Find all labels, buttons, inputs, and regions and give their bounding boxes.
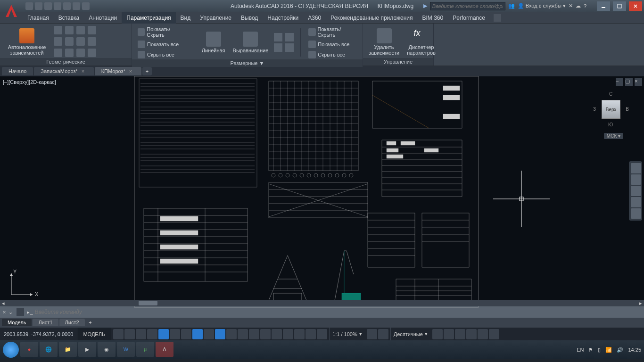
panel-title-manage[interactable]: Управление [363, 58, 433, 66]
tray-lang[interactable]: EN [577, 347, 584, 353]
scale-dropdown-icon[interactable]: ▾ [359, 331, 362, 337]
tab-view[interactable]: Вид [176, 12, 196, 24]
auto-constrain-button[interactable]: Автоналожение зависимостей [4, 26, 50, 58]
show-all-dim-button[interactable]: Показать все [306, 40, 359, 49]
infocenter-icon[interactable]: 👥 [508, 3, 515, 9]
perpendicular-icon[interactable] [65, 37, 74, 46]
maximize-button[interactable] [613, 1, 626, 11]
linear-button[interactable]: Линейная [200, 30, 227, 55]
viewcube-west[interactable]: З [593, 107, 596, 112]
minimize-button[interactable] [597, 1, 610, 11]
taskbar-ie-icon[interactable]: 🌐 [40, 342, 58, 357]
fix-icon[interactable] [88, 26, 96, 34]
horizontal-scrollbar[interactable]: ◂ ▸ [0, 300, 644, 306]
viewcube[interactable]: Верх С Ю В З [592, 90, 630, 128]
model-space-button[interactable]: МОДЕЛЬ [77, 328, 111, 340]
lineweight-toggle[interactable] [226, 329, 237, 339]
tab-a360[interactable]: A360 [303, 12, 326, 24]
drawing-canvas[interactable]: [–][Сверху][2D-каркас] – ▢ × [0, 76, 644, 306]
cmd-close-icon[interactable]: × [3, 309, 6, 315]
coincident-icon[interactable] [54, 26, 62, 34]
dynamic-input-toggle[interactable] [147, 329, 157, 339]
arrow-right-icon[interactable]: ▶ [423, 3, 427, 9]
delete-constraints-button[interactable]: Удалить зависимости [367, 26, 401, 58]
layout-sheet2[interactable]: Лист2 [59, 319, 85, 326]
tab-manage[interactable]: Управление [195, 12, 236, 24]
tangent-icon[interactable] [54, 49, 62, 57]
tray-action-center-icon[interactable]: ⚑ [588, 347, 593, 353]
viewcube-north[interactable]: С [609, 91, 612, 97]
show-all-button[interactable]: Показать все [136, 40, 188, 49]
show-hide-button[interactable]: Показать/Скрыть [136, 25, 188, 39]
tab-insert[interactable]: Вставка [54, 12, 84, 24]
diameter-icon[interactable] [274, 43, 282, 52]
taskbar-media-icon[interactable]: ▶ [78, 342, 96, 357]
tab-performance[interactable]: Performance [448, 12, 490, 24]
qp-toggle[interactable] [432, 329, 443, 339]
smooth-icon[interactable] [65, 49, 74, 57]
horizontal-icon[interactable] [76, 37, 85, 46]
cmd-recent-icon[interactable]: ⌄ [8, 309, 13, 315]
vp-close-icon[interactable]: × [635, 78, 642, 86]
tab-parametric[interactable]: Параметризация [122, 12, 175, 24]
infer-toggle[interactable] [136, 329, 146, 339]
tab-annotate[interactable]: Аннотации [84, 12, 122, 24]
layout-sheet1[interactable]: Лист1 [33, 319, 58, 326]
3d-toggle[interactable] [260, 329, 271, 339]
iso-toggle[interactable] [181, 329, 191, 339]
gizmo-toggle[interactable] [294, 329, 305, 339]
sign-in-button[interactable]: 👤 Вход в службы ▾ [518, 3, 566, 9]
otrack-toggle[interactable] [215, 329, 225, 339]
close-tab-icon[interactable]: × [129, 68, 135, 74]
tray-network-icon[interactable]: 📶 [605, 347, 612, 353]
add-layout-button[interactable]: + [86, 319, 95, 326]
viewcube-face[interactable]: Верх [602, 100, 620, 119]
panel-title-dimensional[interactable]: Размерные ▼ [132, 59, 363, 67]
wcs-dropdown[interactable]: МСК ▾ [604, 133, 623, 139]
layout-model[interactable]: Модель [2, 319, 32, 326]
units-dropdown-icon[interactable]: ▾ [425, 331, 428, 337]
osnap-toggle[interactable] [192, 329, 203, 339]
convert-icon[interactable] [285, 43, 294, 52]
annotation-toggle[interactable] [305, 329, 316, 339]
tab-doc1[interactable]: ЗапискаМороз*× [34, 67, 93, 75]
scroll-thumb[interactable] [139, 301, 157, 305]
tab-addins[interactable]: Надстройки [263, 12, 303, 24]
units-display[interactable]: Десятичные [394, 331, 423, 337]
clean-screen-toggle[interactable] [478, 329, 488, 339]
hide-all-dim-button[interactable]: Скрыть все [306, 50, 359, 59]
close-tab-icon[interactable]: × [82, 68, 87, 74]
selection-filter-toggle[interactable] [283, 329, 293, 339]
help-icon[interactable]: ? [584, 3, 586, 9]
3dosnap-toggle[interactable] [204, 329, 214, 339]
polar-toggle[interactable] [170, 329, 180, 339]
viewcube-east[interactable]: В [626, 107, 629, 112]
tab-focus-icon[interactable] [494, 14, 501, 22]
app-logo[interactable] [2, 2, 21, 21]
tab-home[interactable]: Главная [23, 12, 54, 24]
hardware-accel-toggle[interactable] [466, 329, 477, 339]
angular-icon[interactable] [274, 33, 282, 41]
concentric-icon[interactable] [76, 26, 85, 34]
parallel-icon[interactable] [54, 37, 62, 46]
qat-open-icon[interactable] [35, 2, 42, 10]
taskbar-torrent-icon[interactable]: μ [136, 342, 154, 357]
taskbar-explorer-icon[interactable]: 📁 [59, 342, 77, 357]
qat-new-icon[interactable] [25, 2, 33, 10]
annotation-monitor-toggle[interactable] [378, 329, 388, 339]
tray-clock[interactable]: 14:25 [628, 347, 641, 353]
pan-icon[interactable] [631, 174, 641, 185]
symmetric-icon[interactable] [76, 49, 85, 57]
viewport-label[interactable]: [–][Сверху][2D-каркас] [3, 79, 56, 85]
equal-icon[interactable] [88, 49, 96, 57]
tab-start[interactable]: Начало [2, 67, 33, 75]
lock-ui-toggle[interactable] [444, 329, 454, 339]
exchange-icon[interactable]: ✕ [569, 3, 573, 9]
aligned-button[interactable]: Выравнивание [231, 30, 271, 55]
scroll-left-icon[interactable]: ◂ [0, 300, 7, 306]
isolate-toggle[interactable] [455, 329, 465, 339]
ortho-toggle[interactable] [158, 329, 169, 339]
cloud-icon[interactable]: ☁ [576, 3, 581, 9]
tab-featured-apps[interactable]: Рекомендованные приложения [326, 12, 417, 24]
coordinates-display[interactable]: 2003.9539, -374.9372, 0.0000 [4, 331, 73, 337]
